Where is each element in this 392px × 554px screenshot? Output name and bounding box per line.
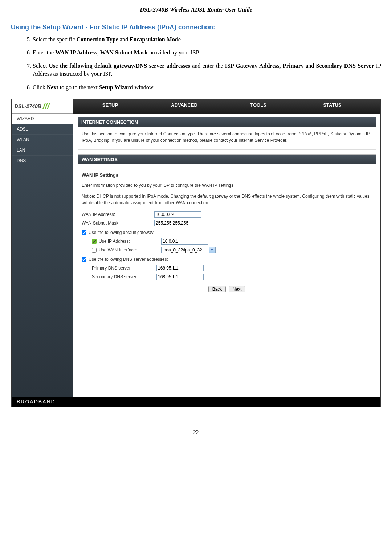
internet-connection-desc: Use this section to configure your Inter… [78,127,376,150]
nav-tabs: SETUP ADVANCED TOOLS STATUS [73,99,380,114]
use-dns-label: Use the following DNS server addresses: [89,256,168,263]
page-number: 22 [11,429,381,435]
logo-slash-icon: /// [43,102,49,111]
subnet-input[interactable] [154,220,201,226]
section-heading: Using the Setup Wizard - For Static IP A… [11,24,381,31]
wan-ip-settings-title: WAN IP Settings [82,172,372,179]
wan-settings-header: WAN SETTINGS [78,155,376,164]
primary-dns-input[interactable] [156,265,204,271]
sidebar-item-lan[interactable]: LAN [12,145,73,156]
secondary-dns-input[interactable] [156,274,204,280]
instruction-list: Select the specific Connection Type and … [11,36,381,91]
instruction-8: Click Next to go to the next Setup Wizar… [33,83,381,91]
tab-advanced[interactable]: ADVANCED [147,99,221,114]
tab-setup[interactable]: SETUP [73,99,147,114]
next-button[interactable]: Next [229,286,246,292]
use-ip-input[interactable] [161,238,208,245]
use-dns-checkbox[interactable] [82,257,86,262]
use-ip-label: Use IP Address: [99,238,161,245]
wan-ip-input[interactable] [154,211,201,218]
wan-notice: Notice: DHCP is not supported in IPoA mo… [82,193,372,206]
instruction-7: Select Use the following default gateway… [33,62,381,78]
use-wan-iface-checkbox[interactable] [92,248,97,253]
sidebar: WIZARD ADSL WLAN LAN DNS [12,114,73,397]
subnet-label: WAN Subnet Mask: [82,220,154,226]
use-wan-iface-label: Use WAN Interface: [99,247,161,253]
broadband-footer: BROADBAND [12,397,380,407]
content-area: INTERNET CONNECTION Use this section to … [73,114,380,397]
tab-status[interactable]: STATUS [295,99,369,114]
tab-tools[interactable]: TOOLS [221,99,295,114]
tab-spacer [369,99,380,114]
use-gateway-checkbox[interactable] [82,230,86,235]
back-button[interactable]: Back [208,286,226,292]
sidebar-item-adsl[interactable]: ADSL [12,124,73,135]
router-model-logo: DSL-2740B/// [12,99,73,114]
use-gateway-label: Use the following default gateway: [89,229,155,236]
internet-connection-header: INTERNET CONNECTION [78,117,376,127]
dropdown-arrow-icon[interactable] [209,247,216,253]
wan-ip-label: WAN IP Address: [82,211,154,218]
router-window: DSL-2740B/// SETUP ADVANCED TOOLS STATUS… [11,99,381,407]
doc-title: DSL-2740B Wireless ADSL Router User Guid… [11,4,381,16]
instruction-5: Select the specific Connection Type and … [33,36,381,44]
wan-intro: Enter information provided to you by you… [82,182,372,189]
instruction-6: Enter the WAN IP Address, WAN Subnet Mas… [33,49,381,57]
sidebar-item-wlan[interactable]: WLAN [12,135,73,145]
wan-iface-select[interactable] [161,247,208,253]
primary-dns-label: Primary DNS server: [92,265,156,271]
secondary-dns-label: Secondary DNS server: [92,274,156,280]
sidebar-item-dns[interactable]: DNS [12,156,73,166]
sidebar-item-wizard[interactable]: WIZARD [12,114,73,124]
use-ip-checkbox[interactable] [92,239,97,244]
